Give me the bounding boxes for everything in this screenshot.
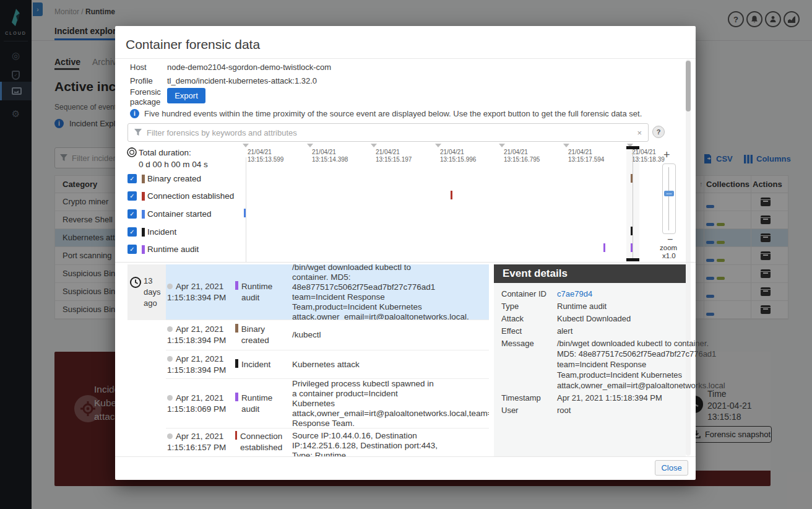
zoom-slider-track: [668, 167, 669, 230]
selection-center-line: [633, 149, 633, 258]
container-started-swatch: [142, 210, 145, 219]
timeline-event-container-started[interactable]: [244, 209, 246, 217]
event-time: Apr 21, 2021 1:15:18:394 PM: [167, 281, 236, 303]
checkbox-checked[interactable]: ✓: [127, 209, 137, 219]
selection-handle-bottom[interactable]: [626, 258, 639, 261]
event-type: Connection established: [235, 431, 292, 453]
incident-swatch: [235, 359, 238, 368]
timeline-gridline: [246, 157, 246, 262]
tick-marker: [435, 144, 441, 147]
event-row[interactable]: Apr 21, 2021 1:15:18:394 PM Binary creat…: [166, 320, 489, 350]
timeline-tick: 21/04/2113:15:16.795: [504, 149, 540, 163]
export-button[interactable]: Export: [167, 88, 205, 103]
event-type: Runtime audit: [235, 393, 292, 415]
modal-info-text: Five hundred events within the time prox…: [144, 109, 642, 118]
zoom-value: x1.0: [662, 252, 676, 259]
timeline-tick: 21/04/2113:15:17.594: [568, 149, 604, 163]
runtime-audit-swatch: [142, 245, 145, 254]
legend-runtime-audit: ✓ Runtime audit: [127, 245, 199, 254]
detail-type: TypeRuntime audit: [501, 301, 678, 311]
legend-binary-created: ✓ Binary created: [127, 174, 201, 183]
event-message: Source IP:10.44.0.16, Destination IP:142…: [292, 431, 441, 456]
detail-timestamp: TimestampApr 21, 2021 1:15:18:394 PM: [501, 393, 678, 403]
event-row[interactable]: Apr 21, 2021 1:15:18:394 PM Incident Kub…: [166, 350, 489, 379]
legend-incident: ✓ Incident: [127, 227, 176, 237]
event-dot-icon: [167, 356, 173, 362]
detail-user: Userroot: [501, 405, 678, 415]
profile-label: Profile: [130, 76, 153, 85]
relative-time-cell: 13 days ago: [127, 264, 166, 320]
event-dot-icon: [167, 284, 173, 289]
tick-marker: [307, 144, 313, 147]
connection-established-swatch: [142, 192, 145, 201]
close-button[interactable]: Close: [655, 460, 688, 476]
event-type: Incident: [235, 359, 292, 370]
event-message: Privileged process kubectl spawned in a …: [292, 379, 441, 429]
modal-scrollbar[interactable]: [686, 59, 691, 456]
timeline-event-runtime-audit[interactable]: [603, 243, 605, 252]
timeline-tick: 21/04/2113:15:15.996: [440, 149, 476, 163]
event-row[interactable]: Apr 21, 2021 1:15:18:069 PM Runtime audi…: [166, 379, 489, 429]
zoom-slider[interactable]: [662, 163, 676, 234]
event-type: Binary created: [235, 324, 292, 346]
event-time: Apr 21, 2021 1:15:18:069 PM: [167, 393, 236, 415]
detail-attack: AttackKubectl Downloaded: [501, 313, 678, 324]
event-row-selected[interactable]: Apr 21, 2021 1:15:18:394 PM Runtime audi…: [166, 264, 489, 320]
binary-created-swatch: [142, 175, 145, 183]
clock-icon: [130, 277, 141, 288]
tick-marker: [371, 144, 377, 147]
event-message: /bin/wget downloaded kubectl to containe…: [292, 264, 441, 320]
zoom-in-button[interactable]: +: [663, 149, 670, 162]
event-row[interactable]: Apr 21, 2021 1:15:16:157 PM Connection e…: [166, 429, 489, 456]
detail-effect: Effectalert: [501, 326, 678, 336]
timeline-tick: 21/04/2113:15:13.599: [248, 149, 283, 163]
forensic-package-label: Forensic package: [130, 87, 163, 107]
modal-info-row: i Five hundred events within the time pr…: [130, 109, 642, 118]
forensics-filter-input[interactable]: [147, 128, 632, 137]
timeline-event-binary-created[interactable]: [631, 174, 633, 183]
tick-marker: [243, 144, 249, 147]
host-label: Host: [130, 63, 147, 72]
container-id-link[interactable]: c7ae79d4: [557, 289, 678, 299]
duration-clock-icon: [127, 147, 137, 157]
filter-help-button[interactable]: ?: [652, 126, 665, 138]
binary-created-swatch: [235, 324, 238, 333]
forensics-filter[interactable]: ×: [127, 123, 649, 142]
modal-scrollbar-thumb[interactable]: [686, 61, 691, 111]
runtime-audit-swatch: [235, 393, 238, 401]
timeline-event-runtime-audit[interactable]: [631, 243, 633, 252]
profile-value: tl_demo/incident-kubernetes-attack:1.32.…: [167, 76, 317, 85]
tick-marker: [563, 144, 569, 147]
duration-label: Total duration:: [139, 148, 191, 157]
event-time: Apr 21, 2021 1:15:18:394 PM: [167, 354, 236, 376]
zoom-slider-handle[interactable]: [664, 191, 674, 196]
tick-marker: [499, 144, 505, 147]
runtime-audit-swatch: [235, 281, 238, 290]
duration-value: 0 d 00 h 00 m 04 s: [139, 160, 208, 169]
host-value: node-demo2104-sgordon-demo-twistlock-com: [167, 63, 331, 72]
event-dot-icon: [167, 326, 173, 332]
clear-filter-icon[interactable]: ×: [637, 128, 642, 137]
event-dot-icon: [167, 433, 173, 439]
event-details-title: Event details: [494, 264, 686, 283]
checkbox-checked[interactable]: ✓: [127, 191, 137, 201]
event-time: Apr 21, 2021 1:15:18:394 PM: [167, 324, 236, 346]
checkbox-checked[interactable]: ✓: [127, 227, 137, 237]
modal-title-divider: [115, 58, 696, 59]
event-type: Runtime audit: [235, 281, 292, 303]
checkbox-checked[interactable]: ✓: [127, 245, 137, 254]
event-message: /kubectl: [292, 330, 441, 340]
timeline-tick: 21/04/2113:15:15.197: [376, 149, 412, 163]
modal-footer-divider: [115, 456, 696, 457]
timeline-event-incident[interactable]: [631, 227, 633, 235]
checkbox-checked[interactable]: ✓: [127, 174, 137, 183]
timeline-event-connection[interactable]: [451, 191, 452, 199]
connection-established-swatch: [235, 431, 237, 440]
event-details-panel: Event details Container ID c7ae79d4 Type…: [494, 264, 686, 456]
legend-container-started: ✓ Container started: [127, 209, 212, 219]
timeline-events-divider: [115, 262, 696, 263]
modal-title: Container forensic data: [126, 37, 260, 52]
info-icon: i: [130, 109, 139, 118]
zoom-label: zoom: [660, 244, 677, 251]
incident-swatch: [142, 228, 145, 237]
